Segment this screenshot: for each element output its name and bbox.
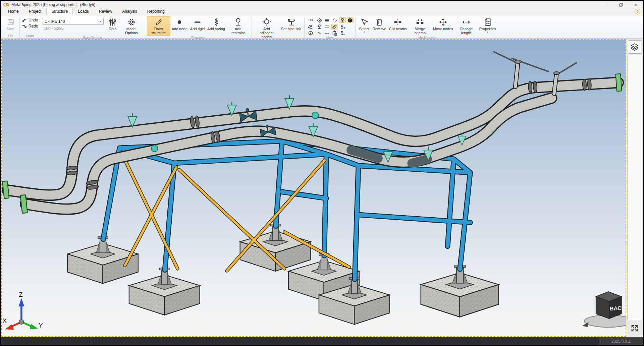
rotation-restraint-icon — [308, 24, 313, 30]
version-label: 2025.0.0.1 — [599, 337, 643, 345]
tab-review[interactable]: Review — [94, 8, 117, 15]
pencil-icon — [154, 18, 163, 26]
move-icon — [439, 18, 447, 26]
outline-beam-icon — [324, 24, 330, 30]
restraint-small-icon — [340, 18, 345, 23]
restore-button[interactable] — [613, 1, 628, 8]
right-side-panel — [626, 39, 643, 337]
draw-structure-button[interactable]: Draw structure — [147, 16, 170, 36]
view-clipboard-toggle[interactable] — [331, 30, 338, 36]
view-beams-outline-toggle[interactable] — [324, 24, 330, 30]
chevron-down-icon: ▾ — [100, 20, 101, 23]
3d-viewport[interactable]: Z X Y BACK — [1, 39, 626, 337]
group-separator — [145, 17, 145, 37]
status-bar: 2025.0.0.1 — [1, 337, 643, 345]
view-rotation-restraints-toggle[interactable] — [306, 24, 315, 30]
add-spring-button[interactable]: Add spring — [206, 16, 226, 32]
save-icon — [7, 18, 15, 26]
view-info-toggle[interactable] — [306, 30, 315, 36]
profile-select[interactable]: 1 - IPE 140 ▾ — [43, 18, 104, 25]
group-file: Save File — [2, 16, 19, 39]
group-separator — [19, 17, 20, 37]
trash-icon — [375, 18, 384, 26]
tab-home[interactable]: Home — [3, 8, 24, 15]
dropdown-arrow-icon: ▼ — [487, 31, 489, 33]
select-button[interactable]: Select ▼ — [357, 16, 371, 34]
axis-x-label: X — [2, 317, 6, 324]
group-label-undo: Undo — [21, 34, 38, 39]
close-button[interactable]: × — [628, 1, 643, 8]
material-label: 100 - S235 — [43, 26, 104, 31]
undo-button[interactable]: Undo — [21, 18, 38, 22]
change-length-icon — [462, 18, 471, 26]
tab-structure[interactable]: Structure — [46, 8, 73, 15]
add-restraint-button[interactable]: Add restraint — [226, 16, 250, 36]
axis-y-label: Y — [39, 322, 43, 329]
view-labels-toggle[interactable]: fA — [316, 30, 323, 36]
view-beams-solid-toggle[interactable] — [324, 17, 330, 23]
cursor-icon — [360, 18, 369, 26]
layers-icon — [630, 43, 639, 51]
view-remove-restraint-minus[interactable] — [339, 30, 346, 36]
redo-button[interactable]: Redo — [21, 24, 38, 28]
tab-project[interactable]: Project — [24, 8, 46, 15]
view-links-toggle[interactable] — [331, 24, 338, 30]
app-window: MetaPiping 2025 [Piping & supports] - (S… — [1, 1, 643, 345]
expand-arrows-icon — [630, 324, 639, 333]
save-button[interactable]: Save — [4, 16, 18, 32]
solid-beam-icon — [324, 18, 330, 23]
properties-button[interactable]: Properties ▼ — [478, 16, 497, 34]
collapsed-panel[interactable] — [627, 55, 642, 320]
change-length-button[interactable]: Change length — [454, 16, 478, 36]
view-nodes-toggle[interactable] — [316, 17, 323, 23]
data-button[interactable]: Data — [106, 16, 120, 32]
pipe-link-icon — [287, 18, 296, 26]
add-rigid-button[interactable]: Add rigid — [189, 16, 206, 32]
tab-loads[interactable]: Loads — [73, 8, 94, 15]
fullscreen-button[interactable] — [628, 322, 641, 335]
group-separator — [355, 17, 356, 37]
clipboard-icon — [332, 31, 337, 36]
node-icon — [175, 18, 184, 26]
pin-plus-icon — [340, 24, 345, 30]
properties-icon — [483, 18, 492, 26]
cut-beams-button[interactable]: Cut beams — [388, 16, 408, 32]
line-icon — [324, 31, 330, 36]
view-solid-3d-toggle[interactable] — [347, 17, 354, 23]
minimize-button[interactable]: – — [599, 1, 613, 8]
layers-button[interactable] — [628, 40, 641, 54]
help-button[interactable]: ? — [635, 9, 640, 14]
dashed-circle-icon — [332, 18, 337, 23]
app-logo-icon — [3, 2, 10, 7]
ribbon: Save File Undo — [1, 15, 643, 39]
move-nodes-button[interactable]: Move nodes — [432, 16, 454, 32]
paperclip-icon — [332, 24, 337, 30]
group-separator — [40, 17, 40, 37]
view-hidden-nodes-toggle[interactable] — [331, 17, 338, 23]
group-separator — [252, 17, 252, 37]
remove-button[interactable]: Remove — [371, 16, 388, 32]
view-restraints-toggle[interactable] — [339, 17, 346, 23]
group-undo: Undo Redo Undo — [20, 16, 40, 39]
set-pipe-link-button[interactable]: Set pipe link — [280, 16, 303, 32]
tab-reporting[interactable]: Reporting — [142, 8, 170, 15]
add-node-button[interactable]: Add node — [170, 16, 189, 32]
model-options-button[interactable]: Model Options — [120, 16, 143, 36]
view-supports-toggle[interactable] — [316, 24, 323, 30]
merge-beams-button[interactable]: Merge beams — [408, 16, 432, 36]
3d-viewport-scene: Z X Y BACK — [2, 40, 626, 336]
view-add-restraint-plus[interactable] — [339, 24, 346, 30]
tab-analysis[interactable]: Analysis — [117, 8, 142, 15]
sliders-icon — [108, 18, 117, 26]
spring-icon — [212, 18, 221, 26]
view-axes-toggle[interactable] — [324, 30, 330, 36]
crosshair-icon — [317, 18, 322, 23]
add-adjacent-nodes-button[interactable]: Add adjacent nodes — [254, 16, 280, 40]
group-link: Add adjacent nodes Set pipe link Link — [252, 16, 304, 39]
title-bar: MetaPiping 2025 [Piping & supports] - (S… — [1, 1, 643, 8]
support-pin-icon — [317, 24, 322, 30]
view-node-numbers-toggle[interactable]: 123 — [306, 17, 315, 23]
dropdown-arrow-icon: ▼ — [363, 31, 365, 33]
restore-icon — [619, 3, 623, 7]
adjacent-nodes-icon — [262, 18, 271, 26]
